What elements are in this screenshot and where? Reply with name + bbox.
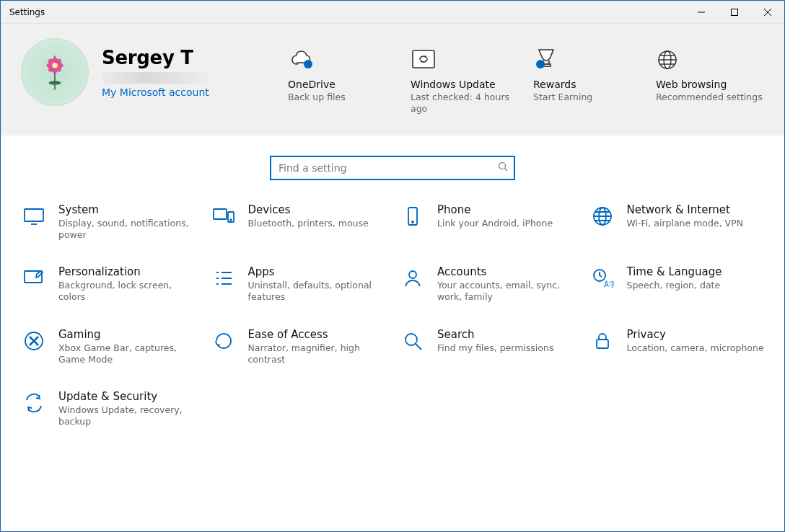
avatar [21,38,89,106]
svg-point-19 [412,221,413,223]
banner-browsing-sub: Recommended settings [656,92,764,103]
category-system[interactable]: System Display, sound, notifications, po… [21,203,196,241]
search-icon [498,161,508,174]
rewards-icon [533,43,641,71]
category-search[interactable]: Search Find my files, permissions [400,328,575,366]
svg-point-27 [405,334,417,345]
banner-rewards[interactable]: Rewards Start Earning [533,43,641,115]
banner-rewards-sub: Start Earning [533,92,641,103]
category-update-security[interactable]: Update & Security Windows Update, recove… [21,390,196,428]
profile-name: Sergey T [102,47,210,68]
category-sub: Xbox Game Bar, captures, Game Mode [58,342,196,366]
category-title: Apps [248,265,386,278]
category-title: Time & Language [627,265,722,278]
banner-browsing-title: Web browsing [656,79,764,90]
banner-onedrive-title: OneDrive [288,79,396,90]
svg-point-6 [52,63,58,68]
close-button[interactable] [751,1,784,24]
search-row [1,136,784,198]
category-title: Ease of Access [248,328,386,341]
svg-point-10 [536,60,545,68]
category-sub: Wi-Fi, airplane mode, VPN [627,218,744,229]
category-gaming[interactable]: Gaming Xbox Game Bar, captures, Game Mod… [21,328,196,366]
titlebar: Settings [1,1,784,24]
profile-block[interactable]: Sergey T My Microsoft account [21,38,266,106]
category-sub: Windows Update, recovery, backup [58,404,196,428]
category-time-language[interactable]: A字 Time & Language Speech, region, date [589,265,765,303]
category-title: Network & Internet [627,203,744,216]
category-apps[interactable]: Apps Uninstall, defaults, optional featu… [211,265,386,303]
category-title: Gaming [58,328,196,341]
category-sub: Link your Android, iPhone [437,218,553,229]
svg-rect-15 [214,209,227,219]
system-icon [21,203,47,229]
minimize-button[interactable] [685,1,718,24]
category-personalization[interactable]: Personalization Background, lock screen,… [21,265,196,303]
category-title: Privacy [627,328,764,341]
banner-windows-update[interactable]: Windows Update Last checked: 4 hours ago [411,43,519,115]
banner-update-title: Windows Update [411,79,519,90]
apps-icon [211,265,237,291]
search-box[interactable] [270,156,515,180]
svg-rect-28 [597,340,608,348]
devices-icon [211,203,237,229]
category-sub: Find my files, permissions [437,342,553,354]
category-network[interactable]: Network & Internet Wi-Fi, airplane mode,… [589,203,765,241]
category-sub: Bluetooth, printers, mouse [248,218,369,229]
banner-tiles: OneDrive Back up files Windows Update La… [288,38,764,115]
banner-update-sub: Last checked: 4 hours ago [411,92,519,115]
gaming-icon [21,328,47,354]
category-sub: Uninstall, defaults, optional features [248,280,386,303]
phone-icon [400,203,426,229]
svg-rect-14 [25,209,43,221]
svg-rect-0 [732,9,738,15]
search-category-icon [400,328,426,354]
banner-onedrive[interactable]: OneDrive Back up files [288,43,396,115]
category-privacy[interactable]: Privacy Location, camera, microphone [589,328,765,366]
category-sub: Speech, region, date [627,280,722,291]
account-banner: Sergey T My Microsoft account OneDrive B… [1,24,784,136]
update-security-icon [21,390,47,416]
category-sub: Location, camera, microphone [627,342,764,354]
category-sub: Your accounts, email, sync, work, family [437,280,575,303]
category-title: Search [437,328,553,341]
svg-point-23 [409,271,416,278]
category-title: Personalization [58,265,196,278]
privacy-icon [589,328,615,354]
time-language-icon: A字 [589,265,615,291]
svg-point-1 [49,81,61,85]
banner-web-browsing[interactable]: Web browsing Recommended settings [656,43,764,115]
banner-onedrive-sub: Back up files [288,92,396,103]
svg-text:A字: A字 [604,280,614,288]
svg-rect-8 [413,50,434,68]
banner-rewards-title: Rewards [533,79,641,90]
personalization-icon [21,265,47,291]
category-title: Update & Security [58,390,196,403]
category-title: Accounts [437,265,575,278]
category-title: System [58,203,196,216]
svg-point-13 [499,163,506,169]
network-icon [589,203,615,229]
my-microsoft-account-link[interactable]: My Microsoft account [102,87,209,98]
svg-point-7 [304,60,312,68]
onedrive-icon [288,43,396,71]
maximize-button[interactable] [718,1,751,24]
svg-point-17 [230,219,232,221]
category-phone[interactable]: Phone Link your Android, iPhone [400,203,575,241]
settings-grid: System Display, sound, notifications, po… [1,198,784,448]
profile-email-redacted [102,72,210,84]
window-title: Settings [1,7,685,17]
accounts-icon [400,265,426,291]
window-controls [685,1,784,24]
category-title: Devices [248,203,369,216]
category-title: Phone [437,203,553,216]
category-sub: Display, sound, notifications, power [58,218,196,241]
globe-icon [656,43,764,71]
category-accounts[interactable]: Accounts Your accounts, email, sync, wor… [400,265,575,303]
category-sub: Narrator, magnifier, high contrast [248,342,386,366]
windows-update-icon [411,43,519,71]
category-ease-of-access[interactable]: Ease of Access Narrator, magnifier, high… [211,328,386,366]
category-devices[interactable]: Devices Bluetooth, printers, mouse [211,203,386,241]
category-sub: Background, lock screen, colors [58,280,196,303]
search-input[interactable] [279,162,498,174]
